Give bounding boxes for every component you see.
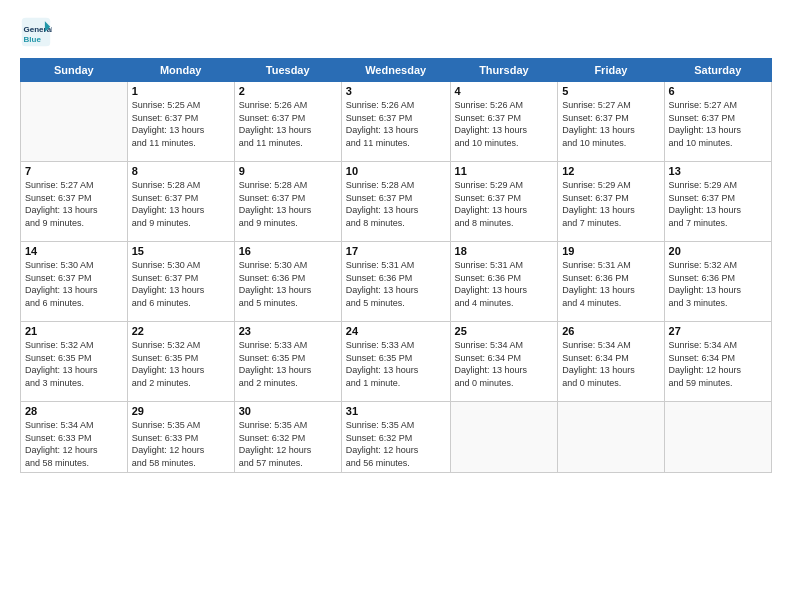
day-number: 29	[132, 405, 230, 417]
calendar-cell	[558, 402, 664, 473]
calendar-cell: 6Sunrise: 5:27 AM Sunset: 6:37 PM Daylig…	[664, 82, 771, 162]
calendar-cell: 30Sunrise: 5:35 AM Sunset: 6:32 PM Dayli…	[234, 402, 341, 473]
calendar-body: 1Sunrise: 5:25 AM Sunset: 6:37 PM Daylig…	[21, 82, 772, 473]
day-number: 20	[669, 245, 767, 257]
day-number: 14	[25, 245, 123, 257]
calendar-cell: 17Sunrise: 5:31 AM Sunset: 6:36 PM Dayli…	[341, 242, 450, 322]
day-info: Sunrise: 5:31 AM Sunset: 6:36 PM Dayligh…	[455, 259, 554, 309]
calendar-cell: 14Sunrise: 5:30 AM Sunset: 6:37 PM Dayli…	[21, 242, 128, 322]
day-info: Sunrise: 5:31 AM Sunset: 6:36 PM Dayligh…	[346, 259, 446, 309]
day-info: Sunrise: 5:27 AM Sunset: 6:37 PM Dayligh…	[669, 99, 767, 149]
calendar-cell: 26Sunrise: 5:34 AM Sunset: 6:34 PM Dayli…	[558, 322, 664, 402]
week-row-3: 14Sunrise: 5:30 AM Sunset: 6:37 PM Dayli…	[21, 242, 772, 322]
calendar-cell	[664, 402, 771, 473]
calendar-cell: 18Sunrise: 5:31 AM Sunset: 6:36 PM Dayli…	[450, 242, 558, 322]
calendar-cell: 3Sunrise: 5:26 AM Sunset: 6:37 PM Daylig…	[341, 82, 450, 162]
calendar-cell: 15Sunrise: 5:30 AM Sunset: 6:37 PM Dayli…	[127, 242, 234, 322]
day-info: Sunrise: 5:30 AM Sunset: 6:37 PM Dayligh…	[25, 259, 123, 309]
calendar-cell: 12Sunrise: 5:29 AM Sunset: 6:37 PM Dayli…	[558, 162, 664, 242]
day-info: Sunrise: 5:33 AM Sunset: 6:35 PM Dayligh…	[239, 339, 337, 389]
day-info: Sunrise: 5:28 AM Sunset: 6:37 PM Dayligh…	[239, 179, 337, 229]
calendar-cell: 29Sunrise: 5:35 AM Sunset: 6:33 PM Dayli…	[127, 402, 234, 473]
calendar-cell: 20Sunrise: 5:32 AM Sunset: 6:36 PM Dayli…	[664, 242, 771, 322]
calendar-cell: 19Sunrise: 5:31 AM Sunset: 6:36 PM Dayli…	[558, 242, 664, 322]
day-info: Sunrise: 5:28 AM Sunset: 6:37 PM Dayligh…	[346, 179, 446, 229]
day-number: 28	[25, 405, 123, 417]
day-info: Sunrise: 5:33 AM Sunset: 6:35 PM Dayligh…	[346, 339, 446, 389]
day-number: 10	[346, 165, 446, 177]
day-number: 26	[562, 325, 659, 337]
day-info: Sunrise: 5:30 AM Sunset: 6:36 PM Dayligh…	[239, 259, 337, 309]
day-info: Sunrise: 5:28 AM Sunset: 6:37 PM Dayligh…	[132, 179, 230, 229]
day-number: 23	[239, 325, 337, 337]
day-info: Sunrise: 5:25 AM Sunset: 6:37 PM Dayligh…	[132, 99, 230, 149]
day-info: Sunrise: 5:27 AM Sunset: 6:37 PM Dayligh…	[562, 99, 659, 149]
day-number: 15	[132, 245, 230, 257]
day-info: Sunrise: 5:29 AM Sunset: 6:37 PM Dayligh…	[669, 179, 767, 229]
calendar-cell: 23Sunrise: 5:33 AM Sunset: 6:35 PM Dayli…	[234, 322, 341, 402]
day-info: Sunrise: 5:34 AM Sunset: 6:33 PM Dayligh…	[25, 419, 123, 469]
logo: General Blue	[20, 16, 56, 48]
calendar-cell: 1Sunrise: 5:25 AM Sunset: 6:37 PM Daylig…	[127, 82, 234, 162]
day-info: Sunrise: 5:26 AM Sunset: 6:37 PM Dayligh…	[239, 99, 337, 149]
day-number: 25	[455, 325, 554, 337]
day-number: 31	[346, 405, 446, 417]
day-info: Sunrise: 5:27 AM Sunset: 6:37 PM Dayligh…	[25, 179, 123, 229]
calendar-cell: 13Sunrise: 5:29 AM Sunset: 6:37 PM Dayli…	[664, 162, 771, 242]
week-row-4: 21Sunrise: 5:32 AM Sunset: 6:35 PM Dayli…	[21, 322, 772, 402]
day-number: 30	[239, 405, 337, 417]
calendar-cell: 21Sunrise: 5:32 AM Sunset: 6:35 PM Dayli…	[21, 322, 128, 402]
day-number: 1	[132, 85, 230, 97]
calendar-cell: 25Sunrise: 5:34 AM Sunset: 6:34 PM Dayli…	[450, 322, 558, 402]
day-number: 9	[239, 165, 337, 177]
day-header-saturday: Saturday	[664, 59, 771, 82]
day-number: 11	[455, 165, 554, 177]
day-info: Sunrise: 5:29 AM Sunset: 6:37 PM Dayligh…	[562, 179, 659, 229]
day-number: 27	[669, 325, 767, 337]
week-row-1: 1Sunrise: 5:25 AM Sunset: 6:37 PM Daylig…	[21, 82, 772, 162]
day-number: 3	[346, 85, 446, 97]
day-number: 13	[669, 165, 767, 177]
day-info: Sunrise: 5:34 AM Sunset: 6:34 PM Dayligh…	[455, 339, 554, 389]
day-number: 16	[239, 245, 337, 257]
calendar-table: SundayMondayTuesdayWednesdayThursdayFrid…	[20, 58, 772, 473]
calendar-cell: 7Sunrise: 5:27 AM Sunset: 6:37 PM Daylig…	[21, 162, 128, 242]
day-info: Sunrise: 5:32 AM Sunset: 6:36 PM Dayligh…	[669, 259, 767, 309]
header: General Blue	[20, 16, 772, 48]
day-info: Sunrise: 5:35 AM Sunset: 6:32 PM Dayligh…	[346, 419, 446, 469]
day-number: 17	[346, 245, 446, 257]
day-info: Sunrise: 5:26 AM Sunset: 6:37 PM Dayligh…	[346, 99, 446, 149]
calendar-cell: 8Sunrise: 5:28 AM Sunset: 6:37 PM Daylig…	[127, 162, 234, 242]
calendar-cell: 22Sunrise: 5:32 AM Sunset: 6:35 PM Dayli…	[127, 322, 234, 402]
logo-icon: General Blue	[20, 16, 52, 48]
day-header-sunday: Sunday	[21, 59, 128, 82]
day-number: 8	[132, 165, 230, 177]
day-number: 5	[562, 85, 659, 97]
day-header-tuesday: Tuesday	[234, 59, 341, 82]
day-info: Sunrise: 5:32 AM Sunset: 6:35 PM Dayligh…	[25, 339, 123, 389]
calendar-cell: 11Sunrise: 5:29 AM Sunset: 6:37 PM Dayli…	[450, 162, 558, 242]
day-number: 19	[562, 245, 659, 257]
calendar-header-row: SundayMondayTuesdayWednesdayThursdayFrid…	[21, 59, 772, 82]
day-info: Sunrise: 5:34 AM Sunset: 6:34 PM Dayligh…	[669, 339, 767, 389]
day-info: Sunrise: 5:31 AM Sunset: 6:36 PM Dayligh…	[562, 259, 659, 309]
day-info: Sunrise: 5:35 AM Sunset: 6:32 PM Dayligh…	[239, 419, 337, 469]
day-number: 4	[455, 85, 554, 97]
calendar-cell: 10Sunrise: 5:28 AM Sunset: 6:37 PM Dayli…	[341, 162, 450, 242]
calendar-cell: 31Sunrise: 5:35 AM Sunset: 6:32 PM Dayli…	[341, 402, 450, 473]
day-info: Sunrise: 5:34 AM Sunset: 6:34 PM Dayligh…	[562, 339, 659, 389]
day-header-thursday: Thursday	[450, 59, 558, 82]
calendar-cell: 2Sunrise: 5:26 AM Sunset: 6:37 PM Daylig…	[234, 82, 341, 162]
day-header-monday: Monday	[127, 59, 234, 82]
day-header-wednesday: Wednesday	[341, 59, 450, 82]
week-row-5: 28Sunrise: 5:34 AM Sunset: 6:33 PM Dayli…	[21, 402, 772, 473]
day-info: Sunrise: 5:32 AM Sunset: 6:35 PM Dayligh…	[132, 339, 230, 389]
day-number: 6	[669, 85, 767, 97]
day-number: 2	[239, 85, 337, 97]
day-number: 21	[25, 325, 123, 337]
day-info: Sunrise: 5:35 AM Sunset: 6:33 PM Dayligh…	[132, 419, 230, 469]
calendar-cell: 16Sunrise: 5:30 AM Sunset: 6:36 PM Dayli…	[234, 242, 341, 322]
day-number: 18	[455, 245, 554, 257]
calendar-cell: 9Sunrise: 5:28 AM Sunset: 6:37 PM Daylig…	[234, 162, 341, 242]
day-number: 24	[346, 325, 446, 337]
